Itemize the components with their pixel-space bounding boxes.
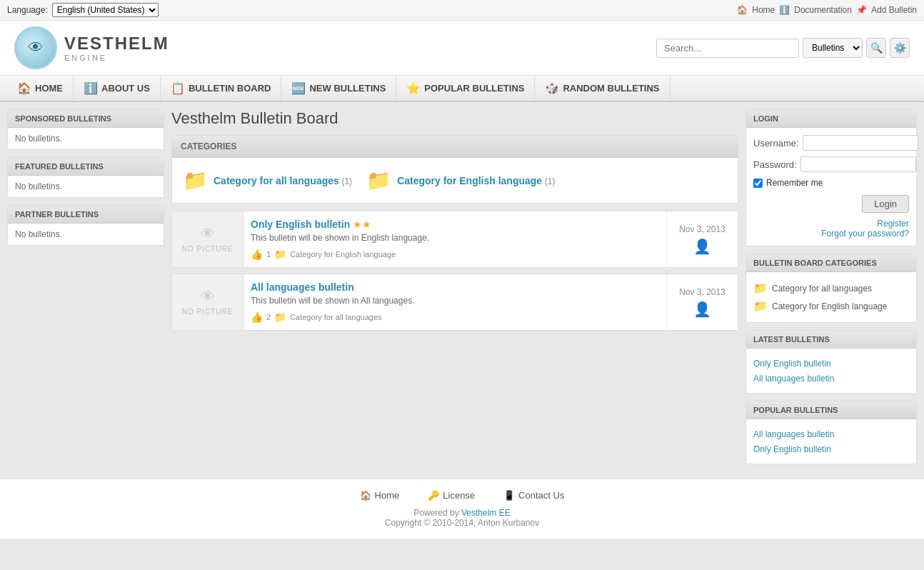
category-icon-1: 📁 [274,249,286,260]
folder-icon-english: 📁 [366,169,391,192]
nav-about-label: ABOUT US [101,83,150,94]
login-box: LOGIN Username: Password: Remember me Lo… [745,109,917,246]
popular-link-2[interactable]: Only English bulletin [753,444,831,454]
new-nav-icon: 🆕 [291,81,306,95]
partner-content: No bulletins. [8,224,164,245]
bulletin-meta-2: 👍 2 📁 Category for all languages [251,311,659,323]
bbc-item-english: 📁 Category for English language [753,297,909,315]
latest-box: LATEST BULLETINS Only English bulletin A… [745,330,917,394]
footer: 🏠 Home 🔑 License 📱 Contact Us Powered by… [0,479,924,539]
footer-home-label: Home [375,490,400,501]
header: 👁 VESTHELM ENGINE Bulletins 🔍 ⚙️ [0,21,924,76]
nav-home-label: HOME [35,83,63,94]
category-english-count: (1) [545,176,556,186]
nav-item-bulletin-board[interactable]: 📋 BULLETIN BOARD [161,76,282,101]
bulletin-item-1: 👁 NO PICTURE Only English bulletin ★★ Th… [171,211,738,268]
bbc-link-english[interactable]: Category for English language [772,301,887,311]
logo-subtitle: ENGINE [64,54,169,62]
bulletin-details-2: All languages bulletin This bulletin wil… [243,274,666,330]
search-button[interactable]: 🔍 [866,38,886,58]
nav-item-home[interactable]: 🏠 HOME [7,76,74,101]
top-documentation-link[interactable]: Documentation [794,5,852,15]
bulletin-title-link-2[interactable]: All languages bulletin [251,281,354,293]
logo-icon: 👁 [14,26,57,69]
main-content: Vesthelm Bulletin Board CATEGORIES 📁 Cat… [171,109,738,471]
popular-item-1: All languages bulletin [753,426,909,441]
random-nav-icon: 🎲 [545,81,559,95]
username-input[interactable] [803,135,918,151]
search-input[interactable] [656,39,799,58]
language-select[interactable]: English (United States) [52,3,159,17]
star-icon-1: ★★ [353,219,371,230]
bulletin-details-1: Only English bulletin ★★ This bulletin w… [243,211,666,267]
password-input[interactable] [800,156,916,172]
latest-link-2[interactable]: All languages bulletin [753,374,834,384]
category-item-all: 📁 Category for all languages (1) [183,169,352,192]
bulletin-right-1: Nov 3, 2013 👤 [666,211,738,267]
bulletin-title-row-1: Only English bulletin ★★ [251,219,659,230]
nav-popular-label: POPULAR BULLETINS [424,83,524,94]
latest-content: Only English bulletin All languages bull… [746,349,916,393]
footer-contact-icon: 📱 [503,490,515,501]
thumbup-icon-2: 👍 [251,311,263,323]
search-type-select[interactable]: Bulletins [803,38,863,58]
bbc-link-all[interactable]: Category for all languages [772,284,872,294]
category-all-link[interactable]: Category for all languages [214,175,339,186]
partner-title: PARTNER BULLETINS [8,206,164,224]
remember-checkbox[interactable] [753,179,763,188]
footer-contact-link[interactable]: 📱 Contact Us [503,490,564,501]
bulletin-avatar-2: 👤 [693,301,711,318]
categories-header: CATEGORIES [172,136,738,158]
popular-nav-icon: ⭐ [406,81,421,95]
right-sidebar: LOGIN Username: Password: Remember me Lo… [745,109,917,471]
logo-name: VESTHELM [64,34,169,54]
powered-by-link[interactable]: Vesthelm EE [461,508,511,518]
bulletin-item-2: 👁 NO PICTURE All languages bulletin This… [171,274,738,331]
sponsored-bulletins-box: SPONSORED BULLETINS No bulletins. [7,109,164,150]
sponsored-title: SPONSORED BULLETINS [8,110,164,128]
latest-item-2: All languages bulletin [753,371,909,386]
nav-item-about[interactable]: ℹ️ ABOUT US [74,76,161,101]
popular-content: All languages bulletin Only English bull… [746,419,916,464]
forgot-link[interactable]: Forgot your password? [753,229,909,239]
bulletin-title-row-2: All languages bulletin [251,281,659,293]
featured-content: No bulletins. [8,176,164,197]
nav-item-new-bulletins[interactable]: 🆕 NEW BULLETINS [281,76,396,101]
bulletin-category-1: Category for English language [290,250,396,259]
username-label: Username: [753,138,799,149]
bulletin-avatar-1: 👤 [693,238,711,255]
popular-item-2: Only English bulletin [753,441,909,456]
copyright-text: Copyright © 2010-2014, Anton Kurbanov [385,518,539,528]
nav-new-label: NEW BULLETINS [309,83,386,94]
register-link[interactable]: Register [753,219,909,229]
footer-home-link[interactable]: 🏠 Home [360,490,400,501]
remember-label: Remember me [766,178,823,188]
login-content: Username: Password: Remember me Login Re… [746,128,916,246]
nav-random-label: RANDOM BULLETINS [563,83,659,94]
category-english-link[interactable]: Category for English language [397,175,542,186]
top-home-link[interactable]: Home [752,5,775,15]
bbc-item-all: 📁 Category for all languages [753,279,909,297]
latest-link-1[interactable]: Only English bulletin [753,359,831,369]
eye-icon-2: 👁 [201,289,215,305]
settings-button[interactable]: ⚙️ [890,38,910,58]
categories-panel: CATEGORIES 📁 Category for all languages … [171,135,738,204]
eye-icon-1: 👁 [201,226,215,242]
popular-link-1[interactable]: All languages bulletin [753,429,834,439]
bulletin-title-link-1[interactable]: Only English bulletin [251,219,350,230]
board-nav-icon: 📋 [171,81,185,95]
top-add-bulletin-link[interactable]: Add Bulletin [871,5,917,15]
thumbup-icon-1: 👍 [251,249,263,260]
login-button[interactable]: Login [862,195,909,213]
nav-item-random[interactable]: 🎲 RANDOM BULLETINS [535,76,670,101]
nav: 🏠 HOME ℹ️ ABOUT US 📋 BULLETIN BOARD 🆕 NE… [0,76,924,102]
bbc-folder-icon-all: 📁 [753,281,768,295]
footer-license-link[interactable]: 🔑 License [428,490,475,501]
category-all-info: Category for all languages (1) [214,175,352,186]
category-item-english: 📁 Category for English language (1) [366,169,555,192]
latest-item-1: Only English bulletin [753,356,909,371]
bbc-title: BULLETIN BOARD CATEGORIES [746,254,916,272]
bulletin-desc-1: This bulletin will be shown in English l… [251,233,659,243]
bulletin-meta-1: 👍 1 📁 Category for English language [251,249,659,260]
nav-item-popular[interactable]: ⭐ POPULAR BULLETINS [396,76,535,101]
